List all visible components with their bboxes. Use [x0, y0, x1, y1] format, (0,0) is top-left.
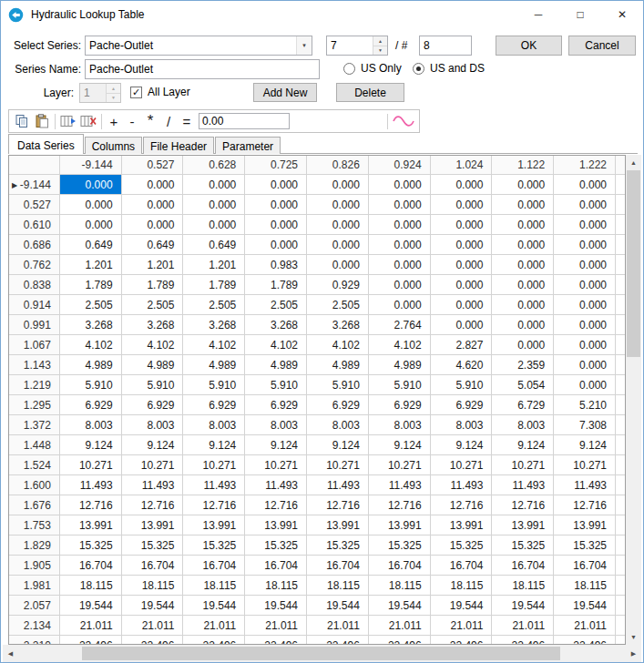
grid-cell[interactable]: 0.000: [554, 215, 616, 235]
grid-column-header[interactable]: 0.924: [369, 156, 431, 175]
radio-us-only[interactable]: US Only: [343, 61, 402, 76]
grid-cell[interactable]: 0.000: [307, 235, 369, 255]
grid-cell[interactable]: 1.201: [60, 255, 122, 275]
add-new-button[interactable]: Add New: [253, 83, 317, 102]
scroll-down-icon[interactable]: ▼: [626, 629, 641, 645]
grid-cell[interactable]: 8.003: [60, 415, 122, 435]
grid-cell[interactable]: 12.716: [122, 495, 184, 515]
grid-cell[interactable]: 5.910: [369, 375, 431, 395]
grid-cell[interactable]: 15.325: [60, 536, 122, 556]
grid-cell[interactable]: 9.124: [183, 435, 245, 455]
chevron-down-icon[interactable]: ▾: [296, 36, 312, 55]
grid-cell[interactable]: 2.505: [183, 295, 245, 315]
grid-cell[interactable]: 16.704: [60, 556, 122, 576]
grid-cell[interactable]: 19.544: [431, 596, 493, 616]
grid-cell[interactable]: 8.003: [183, 415, 245, 435]
grid-cell[interactable]: 19.544: [183, 596, 245, 616]
grid-cell[interactable]: 16.704: [245, 556, 307, 576]
grid-cell[interactable]: 18.115: [369, 576, 431, 596]
grid-cell[interactable]: 18.115: [431, 576, 493, 596]
grid-cell[interactable]: 13.991: [492, 515, 554, 536]
grid-cell[interactable]: 13.991: [554, 515, 616, 536]
grid-cell[interactable]: 13.991: [431, 515, 493, 536]
wave-function-icon[interactable]: [391, 112, 416, 130]
grid-cell[interactable]: 4.989: [122, 355, 184, 375]
grid-cell[interactable]: 4.989: [60, 355, 122, 375]
vertical-scrollbar-track[interactable]: [626, 170, 641, 629]
grid-row-header[interactable]: 1.372: [9, 415, 60, 435]
scroll-up-icon[interactable]: ▲: [626, 155, 641, 170]
grid-cell[interactable]: 0.000: [492, 235, 554, 255]
grid-row-header[interactable]: 1.753: [9, 515, 60, 536]
grid-cell[interactable]: 2.505: [122, 295, 184, 315]
grid-row-header[interactable]: 0.914: [9, 295, 60, 315]
grid-cell[interactable]: 1.789: [122, 275, 184, 295]
grid-cell[interactable]: 0.000: [554, 275, 616, 295]
grid-cell[interactable]: 19.544: [554, 596, 616, 616]
grid-cell[interactable]: 13.991: [183, 515, 245, 536]
ok-button[interactable]: OK: [496, 36, 562, 56]
grid-cell[interactable]: 18.115: [183, 576, 245, 596]
grid-cell[interactable]: 10.271: [245, 455, 307, 475]
grid-cell[interactable]: 11.493: [183, 475, 245, 495]
grid-cell[interactable]: 0.000: [369, 295, 431, 315]
insert-column-icon[interactable]: [58, 112, 78, 130]
grid-cell[interactable]: 4.620: [431, 355, 493, 375]
grid-cell[interactable]: 0.000: [554, 375, 616, 395]
grid-cell[interactable]: 0.000: [60, 215, 122, 235]
grid-cell[interactable]: 19.544: [307, 596, 369, 616]
grid-cell[interactable]: 1.789: [60, 275, 122, 295]
grid-cell[interactable]: 6.929: [183, 395, 245, 415]
grid-row-header[interactable]: 1.448: [9, 435, 60, 455]
grid-cell[interactable]: 19.544: [245, 596, 307, 616]
grid-row-header[interactable]: 0.527: [9, 195, 60, 215]
grid-cell[interactable]: 11.493: [245, 475, 307, 495]
grid-cell[interactable]: 0.000: [554, 295, 616, 315]
grid-cell[interactable]: 0.000: [431, 195, 493, 215]
grid-cell[interactable]: 10.271: [554, 455, 616, 475]
grid-cell[interactable]: 0.000: [492, 215, 554, 235]
grid-cell[interactable]: 0.000: [554, 175, 616, 195]
grid-cell[interactable]: 11.493: [60, 475, 122, 495]
grid-cell[interactable]: 2.505: [307, 295, 369, 315]
grid-cell[interactable]: 10.271: [122, 455, 184, 475]
grid-cell[interactable]: 0.649: [183, 235, 245, 255]
grid-cell[interactable]: 19.544: [122, 596, 184, 616]
grid-cell[interactable]: 0.649: [122, 235, 184, 255]
grid-cell[interactable]: 0.000: [492, 275, 554, 295]
grid-cell[interactable]: 11.493: [431, 475, 493, 495]
grid-cell[interactable]: 6.929: [369, 395, 431, 415]
grid-row-header[interactable]: 0.610: [9, 215, 60, 235]
grid-cell[interactable]: 11.493: [554, 475, 616, 495]
grid-cell[interactable]: 8.003: [245, 415, 307, 435]
grid-cell[interactable]: 15.325: [431, 536, 493, 556]
grid-cell[interactable]: 1.201: [122, 255, 184, 275]
grid-cell[interactable]: 5.910: [245, 375, 307, 395]
grid-column-header[interactable]: 1.122: [492, 156, 554, 175]
grid-cell[interactable]: 21.011: [307, 616, 369, 636]
grid-column-header[interactable]: 0.628: [183, 156, 245, 175]
grid-row-header[interactable]: 1.905: [9, 556, 60, 576]
grid-cell[interactable]: 0.000: [183, 215, 245, 235]
spinner-down-icon[interactable]: ▼: [373, 46, 387, 56]
grid-cell[interactable]: 18.115: [554, 576, 616, 596]
grid-cell[interactable]: 9.124: [122, 435, 184, 455]
grid-cell[interactable]: 19.544: [60, 596, 122, 616]
tab-data-series[interactable]: Data Series: [8, 134, 84, 154]
scroll-left-icon[interactable]: ◀: [3, 645, 18, 662]
grid-cell[interactable]: 0.000: [431, 295, 493, 315]
grid-row-header[interactable]: 1.524: [9, 455, 60, 475]
grid-cell[interactable]: 0.000: [245, 195, 307, 215]
grid-cell[interactable]: 16.704: [369, 556, 431, 576]
radio-us-and-ds-circle-icon[interactable]: [413, 63, 424, 75]
grid-cell[interactable]: 11.493: [307, 475, 369, 495]
grid-cell[interactable]: 3.268: [307, 315, 369, 335]
grid-row-header[interactable]: 1.600: [9, 475, 60, 495]
grid-cell[interactable]: 9.124: [492, 435, 554, 455]
grid-cell[interactable]: 12.716: [307, 495, 369, 515]
grid-cell[interactable]: 0.000: [307, 195, 369, 215]
grid-row-header[interactable]: 0.762: [9, 255, 60, 275]
grid-cell[interactable]: 0.000: [431, 255, 493, 275]
grid-row-header[interactable]: 1.829: [9, 536, 60, 556]
grid-row-header[interactable]: 1.143: [9, 355, 60, 375]
